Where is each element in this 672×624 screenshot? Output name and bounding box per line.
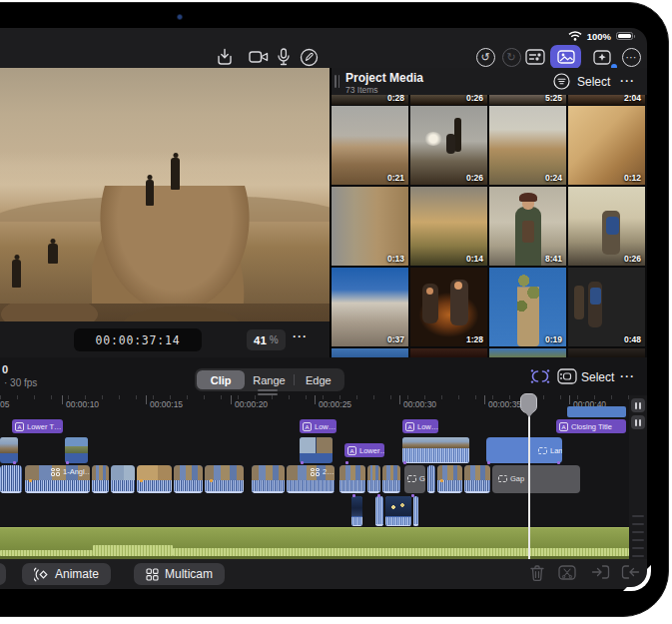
timeline-clip[interactable] <box>174 465 203 493</box>
gap-clip[interactable]: Gap <box>492 465 580 493</box>
title-clip[interactable]: A Closing Title <box>556 419 626 433</box>
timeline-clip-landscape[interactable]: Landscap… <box>486 437 562 463</box>
timeline-clip[interactable] <box>402 437 469 463</box>
timeline-clip[interactable] <box>111 465 135 493</box>
zoom-unit: % <box>270 334 279 345</box>
inspector-button[interactable] <box>523 46 547 68</box>
timeline-clip[interactable] <box>65 437 88 463</box>
multicam-button[interactable]: Multicam <box>134 563 225 585</box>
timeline-select-button[interactable]: Select <box>581 370 614 384</box>
redo-button[interactable]: ↻ <box>499 46 523 68</box>
title-clip[interactable]: A Lower… <box>344 443 384 457</box>
timecode-display[interactable]: 00:00:37:14 <box>74 328 202 351</box>
delete-button[interactable] <box>529 564 545 582</box>
timeline-clip[interactable] <box>252 465 285 493</box>
timeline-clip[interactable] <box>367 465 380 493</box>
timeline-scroll-column[interactable] <box>629 395 647 559</box>
panel-resize-handle[interactable] <box>258 389 278 395</box>
media-thumbnail[interactable] <box>410 348 487 357</box>
more-button[interactable]: ⋯ <box>619 46 643 68</box>
media-select-button[interactable]: Select <box>577 75 610 89</box>
timeline-clip[interactable] <box>351 496 362 526</box>
import-button[interactable] <box>213 46 237 68</box>
media-thumbnail[interactable] <box>489 348 566 357</box>
playhead-handle[interactable] <box>520 393 537 413</box>
thumb-art <box>517 272 539 346</box>
music-clip[interactable] <box>0 527 629 559</box>
scroll-button[interactable] <box>631 398 645 412</box>
filter-button[interactable] <box>553 73 570 90</box>
timeline-clip[interactable] <box>385 496 411 526</box>
app-screen: 100% ↺ ↻ ⋯ <box>0 28 647 589</box>
timeline-clip[interactable] <box>567 406 626 417</box>
effects-button[interactable] <box>591 46 615 68</box>
timeline-clip[interactable] <box>464 465 490 493</box>
tab-range[interactable]: Range <box>245 370 293 389</box>
timeline-clip[interactable] <box>0 437 18 463</box>
clip-duration: 0:48 <box>624 334 641 344</box>
timeline-clip[interactable] <box>437 465 462 493</box>
timeline-clip[interactable] <box>382 465 400 493</box>
panel-grip[interactable] <box>335 75 340 88</box>
enhance-button[interactable] <box>529 367 551 385</box>
timeline-clip[interactable] <box>427 465 435 493</box>
clip-label: Closing Title <box>571 422 612 431</box>
timeline-clip[interactable]: 1-Angl… <box>25 465 90 493</box>
pencil-tool-button[interactable] <box>297 46 321 68</box>
media-thumbnail[interactable]: 0:14 <box>410 187 487 266</box>
viewer-preview[interactable]: 00:00:37:14 41 % ⋯ <box>0 68 330 357</box>
timeline-clip[interactable] <box>92 465 109 493</box>
media-thumbnail[interactable]: 5:25 <box>489 95 566 105</box>
media-thumbnail[interactable]: 1:28 <box>410 268 487 346</box>
scroll-button[interactable] <box>631 415 645 429</box>
multicam-icon <box>311 468 320 476</box>
timeline-clip[interactable]: 2… <box>287 465 335 493</box>
title-clip[interactable]: A Lower T… <box>12 419 63 433</box>
animate-button[interactable]: Animate <box>22 563 111 585</box>
clip-duration: 0:26 <box>624 254 641 264</box>
media-thumbnail[interactable]: 0:48 <box>568 268 645 346</box>
timeline-clip[interactable] <box>0 465 22 493</box>
timeline-clip[interactable] <box>205 465 244 493</box>
title-clip[interactable]: A Low… <box>402 419 438 433</box>
blade-button[interactable] <box>558 564 576 581</box>
media-thumbnail[interactable]: 0:24 <box>489 106 566 185</box>
media-thumbnail[interactable]: 0:26 <box>410 95 487 105</box>
media-thumbnail[interactable]: 8:41 <box>489 187 566 266</box>
front-camera <box>177 14 183 20</box>
timeline-clip[interactable] <box>300 437 333 463</box>
media-thumbnail[interactable] <box>568 348 645 357</box>
tab-edge[interactable]: Edge <box>295 370 342 389</box>
media-thumbnail[interactable]: 0:13 <box>332 187 408 266</box>
media-thumbnail[interactable]: 0:26 <box>410 106 487 185</box>
voiceover-mic-button[interactable] <box>272 46 296 68</box>
insert-right-icon <box>591 564 610 580</box>
overwrite-button[interactable] <box>591 564 610 580</box>
media-thumbnail[interactable]: 0:12 <box>568 106 645 185</box>
overlay-button[interactable] <box>557 368 577 384</box>
media-thumbnail[interactable]: 0:37 <box>332 268 408 346</box>
media-thumbnail[interactable]: 0:21 <box>332 106 408 185</box>
media-more-button[interactable]: ⋯ <box>619 72 635 90</box>
zoom-level-button[interactable]: 41 % <box>247 329 286 350</box>
cut-off-button[interactable] <box>0 563 6 585</box>
record-camera-button[interactable] <box>247 46 271 68</box>
timeline-clip[interactable] <box>375 496 383 526</box>
tab-clip[interactable]: Clip <box>197 370 245 389</box>
timeline-clip[interactable] <box>137 465 172 493</box>
media-thumbnail[interactable]: 0:19 <box>489 268 566 346</box>
viewer-more-button[interactable]: ⋯ <box>292 327 308 345</box>
timeline-clip[interactable] <box>339 465 365 493</box>
blade-icon <box>558 564 576 581</box>
timeline-clip[interactable] <box>413 496 418 526</box>
media-thumbnail[interactable]: 0:28 <box>332 95 408 105</box>
media-browser-button[interactable] <box>550 45 581 69</box>
media-thumbnail[interactable]: 2:04 <box>568 95 645 105</box>
gap-clip[interactable]: G… <box>404 465 425 493</box>
undo-button[interactable]: ↺ <box>473 46 497 68</box>
media-thumbnail[interactable]: 0:26 <box>568 187 645 266</box>
playhead-line[interactable] <box>528 397 530 559</box>
timeline-more-button[interactable]: ⋯ <box>619 367 635 385</box>
title-clip[interactable]: A Low… <box>300 419 336 433</box>
media-thumbnail[interactable] <box>332 348 408 357</box>
